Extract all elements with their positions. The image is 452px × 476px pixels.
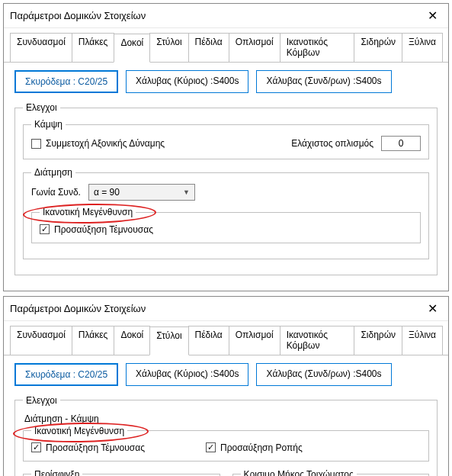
shear-increase-checkbox[interactable]: Προσαύξηση Τέμνουσας (31, 442, 145, 453)
close-icon[interactable]: ✕ (423, 301, 442, 316)
shear-group: Διάτμηση Γωνία Συνδ. α = 90 ▼ Ικανοτική … (23, 167, 429, 259)
shear-increase-checkbox[interactable]: Προσαύξηση Τέμνουσας (40, 224, 153, 235)
tab-columns[interactable]: Στύλοι (149, 326, 188, 355)
min-reinforcement-label: Ελάχιστος οπλισμός (291, 138, 373, 149)
checkbox-icon (31, 139, 41, 149)
checkbox-icon (206, 442, 216, 452)
bending-legend: Κάμψη (31, 119, 66, 130)
tab-strip: Συνδυασμοί Πλάκες Δοκοί Στύλοι Πέδιλα Οπ… (4, 321, 448, 355)
shear-increase-label: Προσαύξηση Τέμνουσας (46, 442, 145, 453)
checks-group: Ελεγχοι Διάτμηση - Κάμψη Ικανοτική Μεγέν… (14, 395, 438, 477)
tab-strip: Συνδυασμοί Πλάκες Δοκοί Στύλοι Πέδιλα Οπ… (4, 28, 448, 63)
tab-slabs[interactable]: Πλάκες (72, 326, 115, 355)
dialog-title: Παράμετροι Δομικών Στοιχείων (10, 10, 146, 21)
angle-select[interactable]: α = 90 ▼ (88, 184, 195, 201)
axial-checkbox[interactable]: Συμμετοχή Αξονικής Δύναμης (31, 138, 165, 149)
tab-reinforcement[interactable]: Οπλισμοί (229, 33, 280, 62)
tab-footings[interactable]: Πέδιλα (188, 33, 229, 62)
checkbox-icon (40, 224, 50, 234)
titlebar: Παράμετροι Δομικών Στοιχείων ✕ (4, 297, 448, 321)
capacity-legend: Ικανοτική Μεγένθυνση (40, 207, 136, 217)
checkbox-icon (31, 442, 41, 452)
steel-secondary-button[interactable]: Χάλυβας (Συνδ/ρων) :S400s (256, 70, 391, 93)
tab-timber[interactable]: Ξύλινα (402, 33, 443, 62)
capacity-amplification-group: Ικανοτική Μεγένθυνση Προσαύξηση Τέμνουσα… (31, 207, 421, 243)
angle-label: Γωνία Συνδ. (31, 187, 81, 198)
capacity-legend: Ικανοτική Μεγένθυνση (31, 426, 127, 436)
confinement-group: Περίσφιγξη Περίσφιγξη α 0 (23, 469, 220, 477)
moment-increase-label: Προσαύξηση Ροπής (220, 442, 303, 453)
content-area: Σκυρόδεμα : C20/25 Χάλυβας (Κύριος) :S40… (4, 355, 448, 477)
chevron-down-icon: ▼ (183, 188, 190, 196)
tab-steel[interactable]: Σιδηρών (354, 33, 402, 62)
dialog-beams: Παράμετροι Δομικών Στοιχείων ✕ Συνδυασμο… (3, 3, 449, 291)
wall-critical-length-group: Κρισιμο Μήκος Τοιχώματος Συντεταγμένη y … (232, 469, 430, 477)
concrete-button[interactable]: Σκυρόδεμα : C20/25 (14, 363, 118, 386)
titlebar: Παράμετροι Δομικών Στοιχείων ✕ (4, 4, 448, 28)
shear-increase-label: Προσαύξηση Τέμνουσας (54, 224, 153, 235)
tab-steel[interactable]: Σιδηρών (354, 326, 402, 355)
checks-legend: Ελεγχοι (23, 102, 60, 113)
shear-legend: Διάτμηση (31, 167, 75, 178)
angle-value: α = 90 (94, 187, 120, 198)
close-icon[interactable]: ✕ (423, 8, 442, 23)
steel-secondary-button[interactable]: Χάλυβας (Συνδ/ρων) :S400s (256, 363, 391, 386)
wall-legend: Κρισιμο Μήκος Τοιχώματος (241, 469, 357, 477)
moment-increase-checkbox[interactable]: Προσαύξηση Ροπής (206, 442, 303, 453)
tab-capacity-joints[interactable]: Ικανοτικός Κόμβων (280, 326, 355, 355)
tab-timber[interactable]: Ξύλινα (402, 326, 443, 355)
checks-group: Ελεγχοι Κάμψη Συμμετοχή Αξονικής Δύναμης… (14, 102, 438, 275)
confinement-legend: Περίσφιγξη (31, 469, 82, 477)
tab-beams[interactable]: Δοκοί (114, 326, 150, 355)
concrete-button[interactable]: Σκυρόδεμα : C20/25 (14, 70, 118, 93)
tab-capacity-joints[interactable]: Ικανοτικός Κόμβων (280, 33, 355, 62)
dialog-columns: Παράμετροι Δομικών Στοιχείων ✕ Συνδυασμο… (3, 296, 449, 477)
tab-combinations[interactable]: Συνδυασμοί (10, 33, 72, 62)
steel-main-button[interactable]: Χάλυβας (Κύριος) :S400s (126, 70, 248, 93)
dialog-title: Παράμετροι Δομικών Στοιχείων (10, 303, 146, 314)
tab-columns[interactable]: Στύλοι (149, 33, 188, 62)
tab-footings[interactable]: Πέδιλα (188, 326, 229, 355)
tab-reinforcement[interactable]: Οπλισμοί (229, 326, 280, 355)
axial-label: Συμμετοχή Αξονικής Δύναμης (46, 138, 165, 149)
bending-group: Κάμψη Συμμετοχή Αξονικής Δύναμης Ελάχιστ… (23, 119, 429, 159)
steel-main-button[interactable]: Χάλυβας (Κύριος) :S400s (126, 363, 248, 386)
tab-slabs[interactable]: Πλάκες (72, 33, 115, 62)
tab-beams[interactable]: Δοκοί (114, 34, 150, 63)
content-area: Σκυρόδεμα : C20/25 Χάλυβας (Κύριος) :S40… (4, 63, 448, 291)
capacity-amplification-group: Ικανοτική Μεγένθυνση Προσαύξηση Τέμνουσα… (23, 426, 429, 462)
shear-bending-line: Διάτμηση - Κάμψη (24, 413, 429, 424)
min-reinforcement-input[interactable]: 0 (381, 136, 421, 151)
checks-legend: Ελεγχοι (23, 395, 60, 406)
tab-combinations[interactable]: Συνδυασμοί (10, 326, 72, 355)
